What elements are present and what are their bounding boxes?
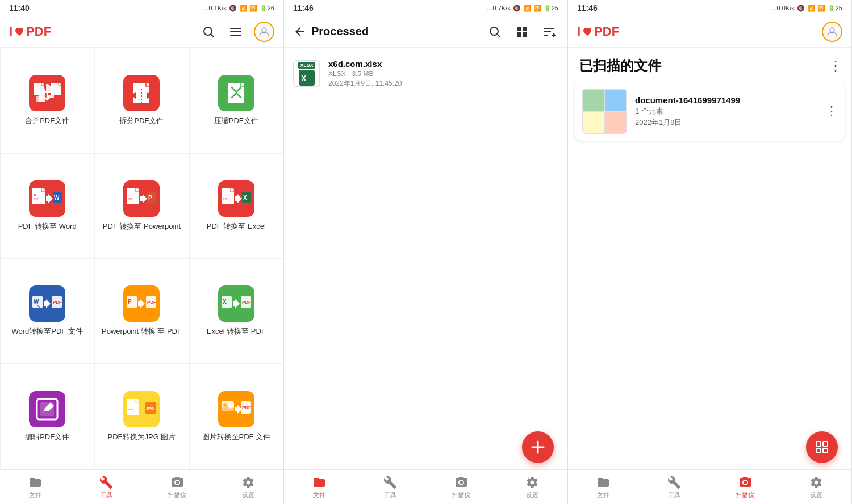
tools-icon-1 [99, 476, 113, 489]
tool-compress[interactable]: 压缩PDF文件 [189, 48, 283, 153]
tool-pdf2ppt[interactable]: PDF P PDF 转换至 Powerpoint [94, 153, 189, 259]
settings-icon-1 [241, 476, 255, 489]
tools-icon-2 [383, 476, 397, 489]
nav-scanner-label-1: 扫描仪 [168, 491, 186, 499]
ppt2pdf-icon: P PDF [123, 285, 160, 322]
status-bar-1: 11:40 …0.1K/s 🔇 📶 🛜 🔋26 [0, 0, 283, 16]
nav-files-2[interactable]: 文件 [284, 473, 355, 502]
img2pdf-label: 图片转换至PDF 文件 [202, 432, 271, 442]
svg-rect-3 [230, 31, 241, 32]
nav-settings-3[interactable]: 设置 [780, 473, 851, 502]
menu-icon-1 [229, 25, 243, 39]
back-icon [293, 25, 307, 39]
nav-scanner-3[interactable]: 扫描仪 [710, 473, 781, 502]
pdf2jpg-label: PDF转换为JPG 图片 [108, 432, 176, 442]
thumb-grid [582, 89, 627, 134]
tool-pdf2word[interactable]: P PDF W PDF 转换至 Word [0, 153, 94, 259]
scanned-header-row: 已扫描的文件 ⋮ [568, 48, 851, 82]
tool-pdf2excel[interactable]: PDF X PDF 转换至 Excel [189, 153, 283, 259]
tool-edit[interactable]: 编辑PDF文件 [0, 364, 94, 469]
svg-text:PDF: PDF [34, 198, 39, 200]
bluetooth-icon-1: 🔇 [229, 5, 237, 12]
time-2: 11:46 [293, 3, 314, 12]
tool-merge[interactable]: 合并PDF文件 [0, 48, 94, 153]
sort-button[interactable] [540, 23, 558, 41]
bottom-nav-3: 文件 工具 扫描仪 设置 [568, 469, 851, 504]
excel2pdf-icon: X PDF [218, 285, 254, 322]
svg-text:PDF: PDF [128, 408, 133, 411]
settings-icon-3 [809, 476, 823, 489]
excel2pdf-label: Excel 转换至 PDF [207, 326, 266, 337]
nav-settings-1[interactable]: 设置 [212, 473, 283, 502]
scanner-icon-1 [170, 476, 184, 489]
xlsx-x: X [299, 70, 315, 86]
heart-icon-1 [14, 26, 25, 37]
tool-split[interactable]: 拆分PDF文件 [94, 48, 189, 153]
nav-settings-label-2: 设置 [526, 491, 538, 499]
thumb-cell-2 [605, 90, 626, 111]
battery-icon-3: 🔋25 [828, 5, 842, 12]
svg-point-6 [262, 28, 266, 32]
compress-icon [218, 75, 254, 111]
wifi-icon-1: 🛜 [249, 5, 257, 12]
search-icon-2 [488, 25, 502, 39]
top-bar-2: Processed [284, 16, 567, 48]
logo-3[interactable]: I PDF [577, 24, 619, 39]
tool-pdf2jpg[interactable]: PDF JPG PDF转换为JPG 图片 [94, 364, 189, 469]
xlsx-file-icon: XLSX X [293, 60, 320, 87]
word2pdf-icon: W PDF [29, 285, 65, 322]
tool-word2pdf[interactable]: W PDF Word转换至PDF 文件 [0, 259, 94, 364]
tool-img2pdf[interactable]: PDF 图片转换至PDF 文件 [189, 364, 283, 469]
scanned-doc-date: 2022年1月9日 [635, 117, 817, 128]
word2pdf-label: Word转换至PDF 文件 [11, 326, 82, 337]
add-icon [530, 439, 546, 455]
tool-ppt2pdf[interactable]: P PDF Powerpoint 转换 至 PDF [94, 259, 189, 364]
nav-files-1[interactable]: 文件 [0, 473, 71, 502]
nav-files-label-3: 文件 [597, 491, 609, 499]
nav-tools-2[interactable]: 工具 [355, 473, 426, 502]
avatar-icon-3 [826, 26, 838, 37]
edit-label: 编辑PDF文件 [25, 432, 69, 442]
nav-files-3[interactable]: 文件 [568, 473, 639, 502]
fab-add[interactable] [522, 431, 554, 463]
wifi-icon-3: 🛜 [817, 5, 825, 12]
search-button-2[interactable] [486, 23, 504, 41]
fab-scan[interactable] [806, 431, 838, 463]
nav-settings-2[interactable]: 设置 [496, 473, 567, 502]
file-date: 2022年1月9日, 11:45:20 [328, 79, 558, 89]
pdf2word-icon: P PDF W [29, 180, 65, 217]
file-item-xlsx[interactable]: XLSX X x6d.com.xlsx XLSX - 3.5 MB 2022年1… [289, 52, 563, 95]
back-button[interactable] [293, 25, 307, 39]
svg-text:JPG: JPG [146, 406, 154, 410]
scanned-header-more[interactable]: ⋮ [829, 48, 842, 74]
pdf2excel-label: PDF 转换至 Excel [207, 221, 266, 232]
logo-1[interactable]: I PDF [9, 24, 51, 39]
svg-rect-4 [230, 35, 241, 36]
bottom-nav-1: 文件 工具 扫描仪 设置 [0, 469, 283, 504]
edit-icon [29, 391, 65, 427]
scanned-item-more[interactable]: ⋮ [825, 104, 838, 119]
svg-text:PDF: PDF [147, 300, 156, 305]
nav-tools-1[interactable]: 工具 [71, 473, 142, 502]
nav-tools-3[interactable]: 工具 [639, 473, 710, 502]
nav-files-label-1: 文件 [29, 491, 41, 499]
nav-scanner-2[interactable]: 扫描仪 [426, 473, 497, 502]
svg-text:PDF: PDF [53, 300, 62, 305]
panel-tools: 11:40 …0.1K/s 🔇 📶 🛜 🔋26 I PDF [0, 0, 284, 504]
nav-scanner-1[interactable]: 扫描仪 [142, 473, 213, 502]
avatar-button-3[interactable] [822, 22, 842, 42]
svg-text:W: W [54, 195, 60, 201]
tool-excel2pdf[interactable]: X PDF Excel 转换至 PDF [189, 259, 283, 364]
menu-button-1[interactable] [227, 23, 245, 41]
avatar-button-1[interactable] [254, 22, 274, 42]
svg-point-79 [830, 28, 834, 32]
status-icons-2: …0.7K/s 🔇 📶 🛜 🔋25 [487, 5, 558, 12]
grid-icon [515, 25, 529, 39]
scanned-item-0[interactable]: document-1641699971499 1 个元素 2022年1月9日 ⋮ [575, 82, 845, 141]
search-button-1[interactable] [199, 23, 218, 41]
svg-text:PDF: PDF [242, 300, 251, 305]
files-icon-2 [312, 476, 326, 489]
pdf2word-label: PDF 转换至 Word [18, 221, 77, 232]
file-size: 3.5 MB [352, 70, 373, 78]
grid-button[interactable] [513, 23, 531, 41]
